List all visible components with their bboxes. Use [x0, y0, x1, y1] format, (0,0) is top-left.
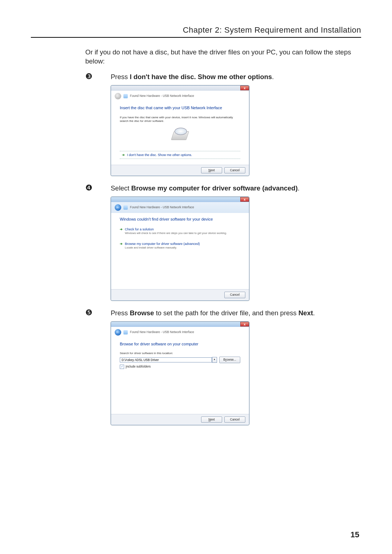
step-num-3: ❸: [85, 73, 111, 82]
option-desc: Locate and install driver software manua…: [125, 246, 240, 250]
hardware-icon: [123, 205, 128, 210]
dialog-heading: Browse for driver software on your compu…: [120, 341, 240, 347]
step-mid: to set the path for the driver file, and…: [154, 309, 298, 317]
path-field-row: ▾ Browse...: [120, 357, 240, 363]
path-input[interactable]: [120, 357, 212, 362]
breadcrumb: ← Found New Hardware - USB Network Inter…: [111, 202, 249, 213]
chapter-header: Chapter 2: System Requirement and Instal…: [31, 25, 361, 38]
option-check-solution[interactable]: ➔ Check for a solution Windows will chec…: [120, 227, 240, 235]
option-title-text: Check for a solution: [125, 227, 154, 231]
step-text-4: Select Browse my computer for driver sof…: [111, 184, 299, 193]
crumb-text: Found New Hardware - USB Network Interfa…: [130, 205, 194, 209]
hardware-icon: [123, 330, 128, 335]
step-num-4: ❹: [85, 184, 111, 193]
dialog-heading: Insert the disc that came with your USB …: [120, 105, 240, 111]
option-browse-computer[interactable]: ➔ Browse my computer for driver software…: [120, 242, 240, 250]
title-bar: x: [111, 86, 249, 91]
close-icon[interactable]: x: [240, 197, 249, 202]
checkbox-icon[interactable]: ✓: [120, 365, 124, 369]
arrow-icon: ➔: [122, 153, 125, 157]
step-text-5: Press Browse to set the path for the dri…: [111, 309, 315, 318]
step-suffix: .: [272, 73, 274, 81]
step-prefix: Press: [111, 309, 130, 317]
back-icon[interactable]: ←: [115, 204, 121, 211]
other-options-link[interactable]: ➔ I don't have the disc. Show me other o…: [120, 151, 240, 159]
breadcrumb: ← Found New Hardware - USB Network Inter…: [111, 91, 249, 102]
step-bold1: Browse: [130, 309, 154, 317]
step-bold: Browse my computer for driver software (…: [131, 184, 298, 192]
dialog-footer: Next Cancel: [111, 414, 249, 425]
title-bar: x: [111, 322, 249, 327]
screenshot-window-2: x ← Found New Hardware - USB Network Int…: [111, 197, 249, 300]
title-bar: x: [111, 197, 249, 202]
link-text: I don't have the disc. Show me other opt…: [127, 153, 192, 157]
crumb-text: Found New Hardware - USB Network Interfa…: [130, 94, 194, 98]
cancel-button[interactable]: Cancel: [224, 292, 245, 298]
step-num-5: ❺: [85, 309, 111, 318]
include-subfolders-row[interactable]: ✓ Include subfolders: [120, 365, 240, 369]
dialog-footer: Cancel: [111, 289, 249, 300]
arrow-icon: ➔: [120, 227, 123, 231]
step-suffix: .: [313, 309, 315, 317]
option-desc: Windows will check to see if there are s…: [125, 231, 240, 235]
next-button[interactable]: Next: [201, 416, 222, 423]
step-suffix: .: [298, 184, 299, 192]
close-icon[interactable]: x: [240, 322, 249, 327]
breadcrumb: ← Found New Hardware - USB Network Inter…: [111, 327, 249, 338]
cancel-button[interactable]: Cancel: [224, 416, 245, 423]
hardware-icon: [123, 94, 128, 98]
close-icon[interactable]: x: [240, 86, 249, 90]
cancel-button[interactable]: Cancel: [224, 167, 245, 173]
field-label: Search for driver software in this locat…: [120, 352, 240, 356]
dialog-footer: Next Cancel: [111, 165, 249, 176]
checkbox-label: Include subfolders: [126, 365, 151, 369]
browse-button[interactable]: Browse...: [219, 357, 240, 363]
step-3: ❸ Press I don't have the disc. Show me o…: [85, 73, 361, 82]
dialog-heading: Windows couldn't find driver software fo…: [120, 217, 240, 222]
next-button[interactable]: Next: [201, 167, 222, 173]
disc-drive-icon: [172, 128, 188, 140]
page-number: 15: [351, 530, 359, 539]
step-4: ❹ Select Browse my computer for driver s…: [85, 184, 361, 193]
back-icon[interactable]: ←: [115, 329, 121, 336]
btn-label: ext: [211, 168, 215, 172]
dropdown-icon[interactable]: ▾: [212, 357, 217, 363]
step-prefix: Press: [111, 73, 130, 81]
step-prefix: Select: [111, 184, 131, 192]
intro-text: Or if you do not have a disc, but have t…: [85, 48, 361, 66]
option-title-text: Browse my computer for driver software (…: [125, 242, 200, 246]
crumb-text: Found New Hardware - USB Network Interfa…: [130, 330, 194, 334]
step-bold: I don't have the disc. Show me other opt…: [130, 73, 272, 81]
step-text-3: Press I don't have the disc. Show me oth…: [111, 73, 274, 82]
screenshot-window-3: x ← Found New Hardware - USB Network Int…: [111, 321, 249, 425]
screenshot-window-1: x ← Found New Hardware - USB Network Int…: [111, 85, 249, 176]
back-icon: ←: [115, 93, 121, 99]
dialog-subtext: If you have the disc that came with your…: [120, 116, 240, 123]
arrow-icon: ➔: [120, 242, 123, 246]
step-5: ❺ Press Browse to set the path for the d…: [85, 309, 361, 318]
step-bold2: Next: [298, 309, 313, 317]
